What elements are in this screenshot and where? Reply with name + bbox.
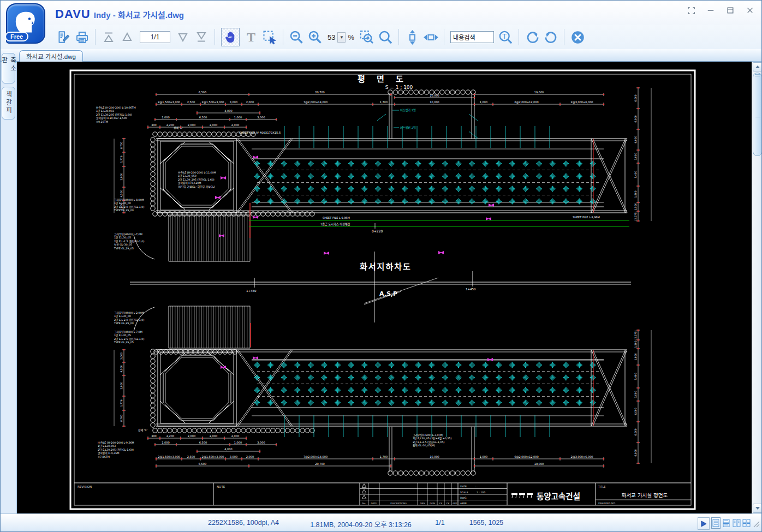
note-line: H-PILE (H-200-200) L-10,66TM xyxy=(96,106,136,109)
drawing-canvas[interactable]: 평 면 도S = 1 : 1001종급 도시가스 이설예정SHEET PILE … xyxy=(17,62,752,513)
note-line: 굴착깊이 H-9,610M xyxy=(178,181,201,185)
note-line: 2단 E,L-2.0 (천단GL-1,0) xyxy=(114,318,144,321)
dim-label: 4,500 xyxy=(120,365,123,372)
open-document-button[interactable] xyxy=(56,29,71,45)
view-single-page-button[interactable] xyxy=(711,517,721,529)
dim-label: 300 xyxy=(151,434,157,438)
dim-label: 2@1,500=3,000 xyxy=(158,455,180,458)
text-search-button[interactable]: T xyxy=(498,29,513,45)
next-page-button[interactable] xyxy=(175,29,190,45)
app-window: Free DAVUIndy - 화서교 가시설.dwg xyxy=(0,0,762,532)
last-page-button[interactable] xyxy=(194,29,209,45)
content-search-input[interactable] xyxy=(450,31,494,43)
dim-label: 1,700 xyxy=(380,455,388,458)
close-button[interactable] xyxy=(744,5,756,16)
note-line: (상단부 가설GL~하단부 가설GL) xyxy=(178,185,215,189)
note-line: 그라우팅(H600) L-2,90M xyxy=(114,311,144,315)
note-line: 침하 GL-30_05(M) xyxy=(413,444,435,447)
note-line: 1단 E,L30,003 xyxy=(96,109,114,112)
rotate-ccw-button[interactable] xyxy=(543,29,558,45)
fit-height-button[interactable] xyxy=(404,29,420,45)
revision-label: REVISION xyxy=(78,485,92,488)
vertical-scrollbar[interactable] xyxy=(752,62,762,513)
clear-close-button[interactable] xyxy=(570,29,585,45)
dim-label: 1,500 xyxy=(634,203,637,210)
sheet-pile-length-label: SHEET PILE L-9,96M xyxy=(323,216,350,219)
dim-label: 300 xyxy=(151,123,157,127)
sidebar-tab-bookmarks[interactable]: 책갈피 xyxy=(2,87,15,119)
zoom-out-button[interactable] xyxy=(289,29,304,45)
body-area: 축소판 책갈피 평 면 도S = 1 : 1001종급 도시가스 이설예정SHE… xyxy=(1,62,761,513)
drawing-header: 평 면 도S = 1 : 100 xyxy=(358,74,413,90)
zoom-level-dropdown[interactable]: ▼ xyxy=(337,32,346,43)
note-line: 2단 E,L39,295 (천단GL-1,60) xyxy=(98,448,134,451)
dim-label: 20,700 xyxy=(315,462,325,465)
zoom-area-button[interactable] xyxy=(359,29,374,45)
note-line: 2단 E,L39,295 (천단GL-1,60) xyxy=(96,113,132,116)
scroll-up-button[interactable] xyxy=(753,62,762,71)
page-indicator[interactable]: 1/1 xyxy=(140,31,170,43)
scroll-down-button[interactable] xyxy=(753,504,762,513)
slideshow-play-button[interactable] xyxy=(698,517,710,530)
previous-page-button[interactable] xyxy=(120,29,135,45)
dim-label: 8,700 xyxy=(120,142,123,149)
first-page-button[interactable] xyxy=(101,29,116,45)
cad-drawing: 평 면 도S = 1 : 1001종급 도시가스 이설예정SHEET PILE … xyxy=(17,62,752,513)
view-facing-button[interactable] xyxy=(732,517,741,529)
print-button[interactable] xyxy=(74,29,90,45)
dim-label: 2,500 xyxy=(187,455,195,458)
note-line: 그라우팅(H600) L-7,0M xyxy=(114,232,142,236)
fit-width-button[interactable] xyxy=(423,29,438,45)
svg-text:T: T xyxy=(502,32,507,40)
anchor-label: 어스앵커 2열 xyxy=(400,125,416,130)
anchor-leaders: 어스앵커 1열어스앵커 2열 xyxy=(377,108,478,138)
dim-label: 6,000 xyxy=(634,408,637,415)
dim-label: 1,700 xyxy=(380,100,388,104)
resize-grip[interactable] xyxy=(752,519,760,530)
dim-label: 3,000 xyxy=(634,153,637,160)
company-name: 동양고속건설 xyxy=(537,492,580,501)
dim-label: 2,500 xyxy=(187,100,195,104)
note-line: 그라우팅(H600) L-7,0M xyxy=(114,330,142,334)
zoom-search-button[interactable] xyxy=(378,29,393,45)
dim-label: 2,000 xyxy=(120,173,123,180)
dim-label: 2@3,000=6,000 xyxy=(571,455,593,458)
dim-label: 10,000 xyxy=(430,455,439,458)
dim-label: 6,000 xyxy=(634,115,637,122)
fullscreen-button[interactable] xyxy=(685,5,697,16)
dim-label: 6,000 xyxy=(634,136,637,143)
note-line: H-PILE (H-200-200) L-9,36M xyxy=(98,441,134,444)
scrollbar-thumb[interactable] xyxy=(753,73,762,156)
maximize-button[interactable] xyxy=(724,5,736,16)
dim-label: 4,500 xyxy=(120,190,123,197)
title-bar: Free DAVUIndy - 화서교 가시설.dwg xyxy=(1,1,761,25)
dim-label: 1,500 xyxy=(634,340,637,348)
dim-label: 1,000 xyxy=(234,441,242,444)
minimize-button[interactable] xyxy=(705,5,717,16)
hand-tool-button[interactable] xyxy=(221,28,240,46)
dim-label: 1,000 xyxy=(162,441,169,444)
dim-label: 1,000 xyxy=(480,100,487,104)
view-grid-button[interactable] xyxy=(742,517,751,529)
note-line: 2단 E,L-2.0 (천단GL-1,0) xyxy=(114,205,144,208)
status-page: 1/1 xyxy=(424,519,456,527)
note-line: 1단 E,L30_050 xyxy=(178,174,197,178)
zoom-level-value[interactable]: 53 xyxy=(328,33,335,41)
rotate-cw-button[interactable] xyxy=(525,29,540,45)
dim-label: 7@2,000=14,000 xyxy=(303,100,328,104)
detail-label: 상세 'C' xyxy=(138,428,147,432)
dim-label: 2,000 xyxy=(246,455,254,458)
dim-label: 7@2,000=14,000 xyxy=(303,455,328,458)
note-line: TYPE GL,29_00 xyxy=(114,322,134,325)
view-continuous-button[interactable] xyxy=(722,517,731,529)
gas-lines: 1종급 도시가스 이설예정SHEET PILE L-9,96MSHEET PIL… xyxy=(239,131,629,233)
sidebar-tab-thumbnails[interactable]: 축소판 xyxy=(2,53,15,83)
text-select-tool-button[interactable]: T xyxy=(243,29,259,45)
dim-label: 1,776 xyxy=(120,399,123,407)
dim-label: 2,000 xyxy=(188,434,195,438)
station-label: 1+450 xyxy=(466,288,476,291)
document-tab[interactable]: 화서교 가시설.dwg xyxy=(19,50,83,62)
area-select-tool-button[interactable] xyxy=(262,29,277,45)
zoom-in-button[interactable] xyxy=(307,29,323,45)
dim-label: 6,000 xyxy=(634,449,637,456)
